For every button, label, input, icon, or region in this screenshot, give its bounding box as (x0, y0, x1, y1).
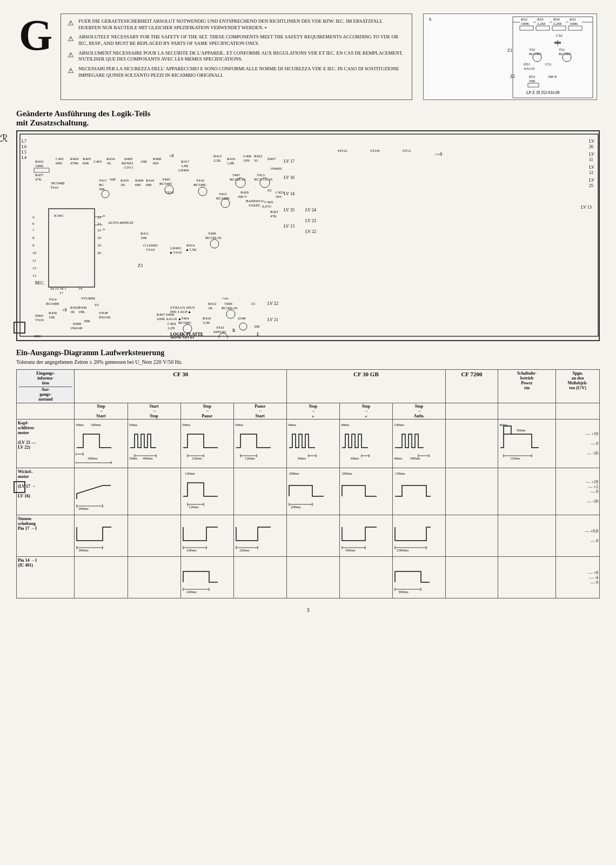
svg-rect-30 (528, 83, 539, 87)
svg-text:BC548B: BC548B (46, 302, 59, 306)
eingangs-label: Eingangs-informa-tion (19, 371, 72, 385)
svg-text:D407: D407 (267, 157, 276, 161)
svg-text:120ms: 120ms (192, 456, 202, 461)
svg-text:820: 820 (153, 161, 159, 165)
kopf-cf30gb-2: 40ms 60ms (339, 420, 392, 468)
kopf-cf30-1: 50ms 160ms 200ms (75, 420, 128, 468)
svg-rect-9 (552, 26, 566, 30)
svg-text:10K: 10K (49, 315, 55, 320)
svg-text:26: 26 (589, 144, 593, 149)
svg-point-91 (102, 190, 109, 198)
svg-text:LV: LV (589, 152, 594, 157)
svg-text:L4: L4 (22, 155, 26, 160)
spgn-sub (556, 403, 600, 420)
warning-text-1: FUER DIE GERAETESICHERHEIT ABSOLUT NOTWE… (78, 18, 405, 31)
wickel-schaltuhr (498, 468, 555, 515)
kopf-cf30-2-svg: 50ms 50ms 400ms (129, 421, 166, 464)
svg-text:1,8R: 1,8R (227, 161, 235, 165)
svg-text:20: 20 (97, 251, 102, 255)
kopf-schaltuhr-svg: 40ms 50|ms 120ms (499, 421, 540, 464)
svg-text:60ms: 60ms (298, 456, 306, 461)
left-circle-2 (14, 481, 25, 493)
svg-text:92PU45: 92PU45 (213, 330, 226, 334)
svg-text:+8: +8 (169, 154, 174, 158)
svg-text:C404: C404 (168, 322, 176, 326)
svg-text:50ms: 50ms (129, 423, 137, 427)
warning-text-3: ABSOLUMENT NECESSAIRE POUR LA SECURITE D… (78, 50, 405, 63)
svg-text:50ms: 50ms (182, 423, 190, 427)
kopf-cf30gb-3: 150ms 40ms 500ms (392, 420, 445, 468)
svg-text:35: 35 (290, 208, 294, 212)
svg-text:680: 680 (135, 183, 141, 187)
svg-text:▲7,5K: ▲7,5K (185, 248, 197, 252)
svg-text:LV: LV (305, 229, 311, 234)
svg-text:+oA: +oA (222, 296, 229, 301)
svg-text:T407: T407 (232, 173, 240, 177)
kopf-values: — +10— 0— -10 (556, 420, 600, 468)
pin14-cf30-3-svg: 240ms (182, 558, 219, 596)
svg-rect-144 (49, 209, 95, 287)
svg-text:R432: R432 (70, 305, 79, 310)
page-number-value: 3 (306, 607, 310, 613)
svg-text:LV: LV (305, 208, 311, 212)
kopf-cf30gb-2-svg: 40ms 60ms (341, 421, 378, 464)
svg-text:24: 24 (312, 208, 316, 212)
svg-text:12: 12 (589, 170, 593, 175)
svg-text:T408: T408 (208, 231, 216, 236)
svg-text:19: 19 (97, 243, 102, 248)
svg-text:13: 13 (290, 224, 294, 229)
svg-text:T417: T417 (99, 178, 107, 183)
svg-text:G: G (429, 17, 431, 22)
svg-text:T52: T52 (529, 48, 535, 52)
warning-symbol-4: ⚠ (68, 66, 74, 76)
wickel-row: Wickel–motor(LV 17 →LV 16) 200ms (17, 468, 600, 515)
warning-text-2: ABSOLUTELY NECESSARY FOR THE SAFETY OF T… (78, 34, 405, 46)
svg-text:120ms: 120ms (189, 505, 199, 509)
svg-text:50|ms: 50|ms (517, 428, 526, 432)
svg-text:R405: R405 (83, 157, 91, 161)
svg-text:REC.: REC. (35, 281, 45, 285)
svg-text:D401: D401 (35, 314, 44, 318)
svg-point-177 (226, 310, 235, 318)
svg-text:9: 9 (32, 243, 35, 248)
svg-text:S548: S548 (238, 316, 246, 321)
svg-text:68N: 68N (56, 161, 62, 165)
svg-text:LV: LV (589, 139, 594, 144)
kopf-cf30-2: 50ms 50ms 400ms (128, 420, 180, 468)
pin14-cf30-2 (128, 557, 180, 598)
stumm-cf30-3: 240ms (180, 515, 233, 557)
kopf-cf30gb-3-svg: 150ms 40ms 500ms (394, 421, 431, 464)
wickel-cf30-2 (128, 468, 180, 515)
warning-item-1: ⚠ FUER DIE GERAETESICHERHEIT ABSOLUT NOT… (68, 18, 405, 31)
svg-text:120ms: 120ms (245, 456, 255, 461)
svg-text:VS10: VS10 (165, 190, 173, 195)
svg-text:T416: T416 (50, 185, 58, 190)
svg-text:11: 11 (32, 258, 36, 263)
svg-text:ZYKLUS 20US: ZYKLUS 20US (170, 305, 195, 310)
svg-text:160ms: 160ms (91, 423, 101, 427)
svg-text:R52: R52 (570, 17, 576, 22)
wickel-cf30-3-svg: 120ms 120ms (182, 469, 219, 513)
svg-text:R416: R416 (203, 316, 211, 321)
svg-text:REC: REC (34, 334, 42, 338)
svg-text:T51: T51 (559, 48, 565, 52)
cf30-col2-header: Start→Stop (128, 403, 180, 420)
svg-text:C423: C423 (276, 190, 284, 195)
spgn-header: Spgn.an denMeßobjek-ten (U/V) (556, 370, 600, 403)
logic-circuit-svg: L7 L6 L5 L4 REC. R433 100K C401 68N R404… (19, 133, 600, 338)
svg-text:R404: R404 (70, 157, 79, 161)
wickel-cf30gb-2-svg: 200ms (341, 469, 378, 513)
svg-text:T410: T410 (216, 325, 224, 330)
svg-text:R54: R54 (553, 17, 560, 22)
svg-text:300ms: 300ms (78, 548, 89, 553)
svg-text:10: 10 (32, 251, 37, 255)
svg-text:C5V1: C5V1 (124, 165, 133, 170)
kopf-cf7200 (446, 420, 498, 468)
warning-item-4: ⚠ NECESSARI PER LA SICUREZZA DELL' APPAR… (68, 66, 405, 78)
svg-text:13: 13 (587, 205, 592, 210)
svg-text:LV: LV (589, 178, 594, 183)
svg-text:14: 14 (78, 287, 83, 291)
svg-text:PAUSE: PAUSE (99, 315, 111, 320)
svg-text:LV: LV (581, 205, 586, 210)
stumm-cf30-4: 220ms (233, 515, 286, 557)
